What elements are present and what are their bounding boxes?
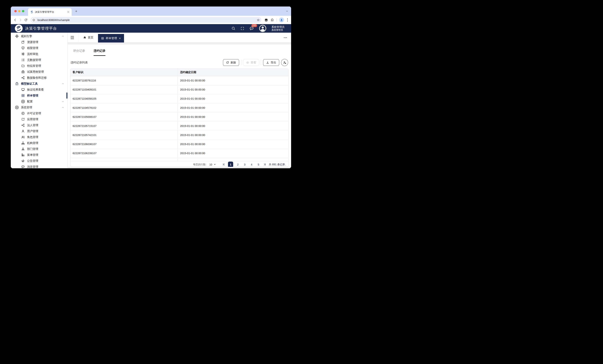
sidebar-item-data-backup[interactable]: 数据备份和迁移	[11, 75, 67, 81]
search-icon[interactable]	[231, 26, 235, 30]
column-settings-button[interactable]	[281, 59, 288, 66]
forward-icon[interactable]	[19, 18, 22, 22]
maximize-window-button[interactable]	[22, 10, 24, 12]
sidebar-item-process-approval[interactable]: 流程审批	[11, 51, 67, 57]
sidebar-item-legal-entity-mgmt[interactable]: 法人管理	[11, 122, 67, 128]
table-row[interactable]: 62228711045781022015-01-01 00:00:00	[70, 103, 288, 113]
sidebar-collapse-icon[interactable]	[70, 35, 74, 40]
org-tree-icon	[21, 141, 25, 145]
user-info[interactable]: 系统管理员 系统管理员	[271, 25, 284, 32]
view-button[interactable]: 查看	[243, 59, 259, 66]
shield-check-icon	[21, 46, 25, 50]
numbered-list-icon	[21, 58, 25, 62]
sidebar-item-announcement-mgmt[interactable]: 公告管理	[11, 158, 67, 164]
sidebar-item-org-mgmt[interactable]: 机构管理	[11, 140, 67, 146]
sidebar-item-role-mgmt[interactable]: 角色管理	[11, 134, 67, 140]
browser-menu-icon[interactable]	[287, 18, 289, 21]
tab-score-records[interactable]: 评分记录	[73, 49, 85, 56]
tab-sample-mgmt[interactable]: 样本管理	[98, 34, 124, 43]
refresh-button[interactable]: 刷新	[223, 59, 239, 66]
table-header-row: 客户标识 违约确定日期	[70, 69, 288, 76]
browser-profile-avatar[interactable]	[279, 17, 284, 23]
sidebar-item-license-mgmt[interactable]: 许可证管理	[11, 110, 67, 116]
share-nodes-icon	[21, 76, 25, 80]
page-navigation: 1 2 3 4 5	[222, 162, 267, 167]
extensions-puzzle-icon[interactable]	[270, 18, 274, 22]
sidebar-item-validation-results[interactable]: 验证结果查看	[11, 87, 67, 92]
url-text[interactable]: localhost:8080/#/mv/sample	[37, 19, 255, 22]
table-row-partial	[70, 158, 288, 162]
minimize-window-button[interactable]	[18, 10, 21, 12]
app-header: 决策引擎管理平台 120 系统管理员 系统管理员	[11, 24, 291, 33]
page-button-3[interactable]: 3	[243, 162, 247, 167]
folder-icon	[21, 64, 25, 68]
chevron-up-icon	[61, 35, 64, 38]
browser-tab[interactable]: 决策引擎管理平台	[28, 8, 72, 16]
sidebar-item-config[interactable]: 配置	[11, 99, 67, 104]
reload-icon[interactable]	[24, 18, 28, 22]
browser-tab-strip: 决策引擎管理平台	[11, 7, 291, 16]
sidebar-group-system-mgmt[interactable]: 系统管理	[11, 104, 67, 110]
content-area: 首页 样本管理 评分记录 违约记录 违约记录列表 刷新	[68, 33, 291, 168]
page-button-1[interactable]: 1	[228, 162, 233, 167]
browser-toolbar: localhost:8080/#/mv/sample	[11, 16, 291, 24]
records-table-card: 客户标识 违约确定日期 62228711007611162015-01-01 0…	[70, 68, 289, 167]
close-icon[interactable]	[119, 37, 121, 40]
extension-shortcut-icon[interactable]	[264, 18, 268, 22]
table-row[interactable]: 62228711007611162015-01-01 00:00:00	[70, 76, 288, 85]
tab-home-label: 首页	[88, 36, 93, 39]
page-button-4[interactable]: 4	[249, 162, 254, 167]
page-button-5[interactable]: 5	[256, 162, 261, 167]
sidebar-item-app-mgmt[interactable]: 应用管理	[11, 116, 67, 122]
sidebar-item-menu-mgmt[interactable]: 菜单管理	[11, 152, 67, 158]
table-row[interactable]: 62228721060361072015-01-01 00:00:00	[70, 140, 288, 149]
bookmark-star-icon[interactable]	[256, 18, 260, 22]
sidebar-item-permission-mgmt[interactable]: 权限管理	[11, 45, 67, 51]
table-row[interactable]: 62228711034091012015-01-01 00:00:00	[70, 85, 288, 94]
more-options-icon[interactable]	[283, 36, 287, 40]
sidebar-item-user-mgmt[interactable]: 用户管理	[11, 128, 67, 134]
sidebar-item-sample-mgmt[interactable]: 样本管理	[11, 92, 67, 99]
gear-icon	[21, 100, 25, 103]
sidebar-item-metadata-mgmt[interactable]: 元数据管理	[11, 57, 67, 63]
table-row[interactable]: 62228721062391072015-01-01 00:00:00	[70, 149, 288, 158]
table-row[interactable]: 62228711040581052015-01-01 00:00:00	[70, 94, 288, 103]
share-nodes-icon	[21, 123, 25, 127]
rows-per-page-caret-icon[interactable]	[214, 164, 216, 165]
sidebar-group-rule-engine[interactable]: 规则引擎	[11, 33, 67, 39]
site-info-icon[interactable]	[32, 18, 36, 22]
tab-search-chevron-icon[interactable]	[286, 10, 288, 12]
table-row[interactable]: 62228721057151072015-01-01 00:00:00	[70, 122, 288, 131]
messages-button[interactable]: 120	[249, 26, 254, 31]
users-icon	[21, 135, 25, 139]
user-avatar-icon[interactable]	[259, 25, 267, 32]
rows-per-page-value[interactable]: 10	[209, 163, 212, 166]
last-page-icon[interactable]	[263, 163, 267, 166]
page-tab-bar: 首页 样本管理	[68, 33, 291, 43]
export-button[interactable]: 导出	[263, 59, 279, 66]
fullscreen-icon[interactable]	[240, 26, 244, 30]
table-row[interactable]: 62228721050081072015-01-01 00:00:00	[70, 113, 288, 122]
close-tab-icon[interactable]	[67, 11, 70, 13]
chevron-up-icon	[61, 82, 64, 85]
close-window-button[interactable]	[14, 10, 17, 12]
dept-tree-icon	[21, 147, 25, 151]
page-button-2[interactable]: 2	[236, 162, 240, 167]
chat-dots-icon	[21, 165, 25, 168]
tab-default-records[interactable]: 违约记录	[93, 49, 105, 56]
sidebar-item-feature-lib-mgmt[interactable]: 特征库管理	[11, 63, 67, 69]
chevron-down-icon	[61, 100, 64, 103]
sidebar-group-model-validation[interactable]: 模型验证工具	[11, 81, 67, 87]
address-bar[interactable]: localhost:8080/#/mv/sample	[31, 17, 261, 23]
tab-home[interactable]: 首页	[79, 33, 98, 43]
sidebar-item-trial-case-mgmt[interactable]: 试算用例管理	[11, 69, 67, 75]
first-page-icon[interactable]	[222, 163, 226, 166]
sidebar-item-message-mgmt[interactable]: 消息管理	[11, 164, 67, 168]
sidebar-item-resource-mgmt[interactable]: 资源管理	[11, 39, 67, 45]
table-row[interactable]: 62228721057421012015-01-01 00:00:00	[70, 131, 288, 140]
records-table: 客户标识 违约确定日期 62228711007611162015-01-01 0…	[70, 69, 288, 162]
sidebar-item-dept-mgmt[interactable]: 部门管理	[11, 146, 67, 152]
new-tab-button[interactable]	[75, 10, 78, 13]
user-gear-icon	[283, 61, 287, 64]
back-icon[interactable]	[13, 18, 17, 22]
